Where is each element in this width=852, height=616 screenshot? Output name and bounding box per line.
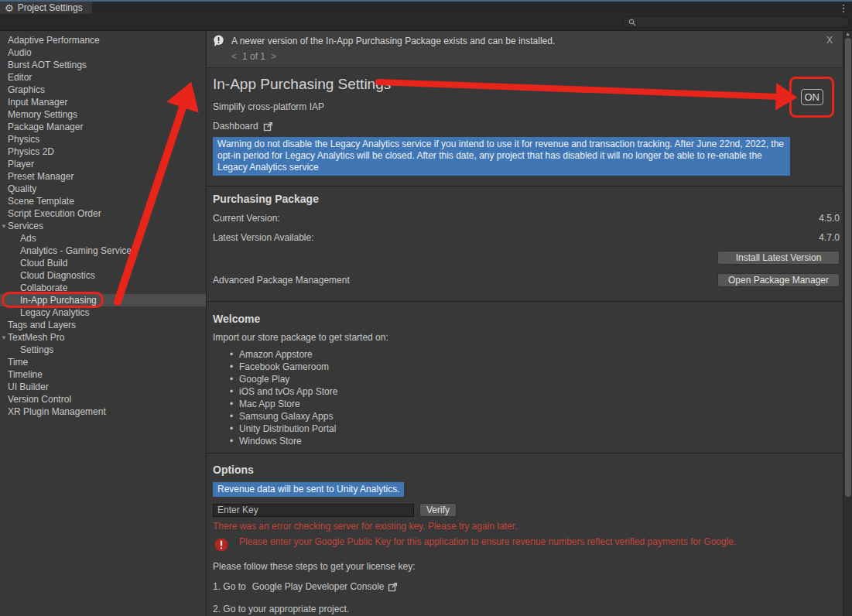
current-version-value: 4.5.0 xyxy=(819,213,840,224)
store-list-item: Unity Distribution Portal xyxy=(230,423,843,435)
sidebar-item-label: Collaborate xyxy=(20,282,67,293)
options-heading: Options xyxy=(213,464,843,477)
current-version-label: Current Version: xyxy=(213,213,280,224)
sidebar-item-collaborate[interactable]: Collaborate xyxy=(0,282,206,294)
sidebar-item-adaptive-performance[interactable]: Adaptive Performance xyxy=(0,34,206,46)
scrollbar-thumb[interactable] xyxy=(845,38,851,497)
store-list-item: Windows Store xyxy=(230,435,843,447)
sidebar-item-graphics[interactable]: Graphics xyxy=(0,84,206,96)
dashboard-link[interactable]: Dashboard xyxy=(213,121,273,132)
sidebar-item-label: Tags and Layers xyxy=(8,320,76,330)
sidebar-item-physics-2d[interactable]: Physics 2D xyxy=(0,145,206,158)
sidebar-item-audio[interactable]: Audio xyxy=(0,46,206,59)
search-box[interactable] xyxy=(623,16,850,28)
verify-button[interactable]: Verify xyxy=(419,503,457,517)
store-list-item: iOS and tvOs App Store xyxy=(230,385,843,398)
chevron-right-icon[interactable]: > xyxy=(271,51,276,62)
sidebar-item-scene-template[interactable]: Scene Template xyxy=(0,195,206,207)
sidebar-item-label: TextMesh Pro xyxy=(8,332,64,343)
sidebar-item-script-execution-order[interactable]: Script Execution Order xyxy=(0,207,206,220)
sidebar-item-xr-plugin-management[interactable]: XR Plugin Management xyxy=(0,406,206,418)
sidebar-item-settings[interactable]: Settings xyxy=(0,344,206,356)
caret-down-icon[interactable]: ▼ xyxy=(1,221,7,233)
store-list: Amazon AppstoreFacebook GameroomGoogle P… xyxy=(230,348,843,447)
page-title: In-App Purchasing Settings xyxy=(213,75,843,93)
search-input[interactable] xyxy=(639,17,844,28)
legacy-analytics-warning: Warning do not disable the Legacy Analyt… xyxy=(213,137,790,176)
sidebar-item-memory-settings[interactable]: Memory Settings xyxy=(0,108,206,121)
sidebar-item-tags-and-layers[interactable]: Tags and Layers xyxy=(0,319,206,331)
section-divider xyxy=(207,453,843,453)
window-title: Project Settings xyxy=(18,2,83,13)
sidebar-item-package-manager[interactable]: Package Manager xyxy=(0,121,206,133)
sidebar-item-time[interactable]: Time xyxy=(0,356,206,368)
section-divider xyxy=(207,301,843,302)
sidebar-item-textmesh-pro[interactable]: ▼TextMesh Pro xyxy=(0,331,206,344)
advanced-package-row: Advanced Package Management Open Package… xyxy=(213,273,840,287)
scrollbar-up-icon[interactable]: ▲ xyxy=(845,31,850,36)
advanced-package-label: Advanced Package Management xyxy=(213,275,350,286)
store-list-item: Facebook Gameroom xyxy=(230,361,843,373)
sidebar-item-label: Audio xyxy=(8,47,32,58)
kebab-menu-icon[interactable]: ⋮ xyxy=(835,2,852,14)
sidebar-item-version-control[interactable]: Version Control xyxy=(0,393,206,406)
sidebar-item-label: Package Manager xyxy=(8,121,83,132)
sidebar-item-label: Analytics - Gaming Services xyxy=(20,245,136,256)
sidebar-item-editor[interactable]: Editor xyxy=(0,71,206,84)
settings-sidebar: Adaptive PerformanceAudioBurst AOT Setti… xyxy=(0,31,207,616)
sidebar-item-analytics-gaming-services[interactable]: Analytics - Gaming Services xyxy=(0,245,206,257)
close-icon[interactable]: X xyxy=(824,34,835,46)
open-package-manager-button[interactable]: Open Package Manager xyxy=(717,273,840,287)
chevron-left-icon[interactable]: < xyxy=(231,51,237,62)
store-list-item: Samsung Galaxy Apps xyxy=(230,410,843,423)
tab-project-settings[interactable]: ⚙ Project Settings xyxy=(0,2,92,14)
sidebar-item-player[interactable]: Player xyxy=(0,158,206,170)
page-subtitle: Simplify cross-platform IAP xyxy=(213,101,843,112)
sidebar-item-label: In-App Purchasing xyxy=(20,295,97,306)
key-check-error-text: There was an error checking server for e… xyxy=(213,521,843,532)
sidebar-item-preset-manager[interactable]: Preset Manager xyxy=(0,170,206,183)
sidebar-item-label: Burst AOT Settings xyxy=(8,60,87,70)
notification-bar: A newer version of the In-App Purchasing… xyxy=(207,31,843,68)
google-play-console-link[interactable]: Google Play Developer Console xyxy=(252,581,385,592)
sidebar-item-cloud-build[interactable]: Cloud Build xyxy=(0,257,206,269)
iap-toggle-on-button[interactable]: ON xyxy=(801,89,824,105)
sidebar-item-burst-aot-settings[interactable]: Burst AOT Settings xyxy=(0,59,206,71)
caret-down-icon[interactable]: ▼ xyxy=(1,332,7,344)
alert-bubble-icon xyxy=(213,35,225,47)
store-list-item: Google Play xyxy=(230,373,843,385)
main-panel: A newer version of the In-App Purchasing… xyxy=(207,31,843,616)
sidebar-item-label: Cloud Build xyxy=(20,258,67,269)
sidebar-item-label: XR Plugin Management xyxy=(8,406,106,417)
sidebar-item-label: Legacy Analytics xyxy=(20,307,89,318)
sidebar-item-label: Timeline xyxy=(8,369,43,380)
sidebar-item-legacy-analytics[interactable]: Legacy Analytics xyxy=(0,306,206,319)
sidebar-item-in-app-purchasing[interactable]: In-App Purchasing xyxy=(0,294,206,306)
google-key-input[interactable] xyxy=(213,504,414,517)
purchasing-package-heading: Purchasing Package xyxy=(213,193,843,206)
google-key-warning-text: Please enter your Google Public Key for … xyxy=(239,536,736,547)
sidebar-item-label: Time xyxy=(8,357,28,368)
sidebar-item-input-manager[interactable]: Input Manager xyxy=(0,96,206,108)
latest-version-value: 4.7.0 xyxy=(819,232,840,243)
sidebar-item-label: Services xyxy=(8,221,43,231)
sidebar-item-cloud-diagnostics[interactable]: Cloud Diagnostics xyxy=(0,269,206,282)
sidebar-item-physics[interactable]: Physics xyxy=(0,133,206,145)
latest-version-row: Latest Version Available: 4.7.0 xyxy=(213,231,840,243)
install-latest-version-button[interactable]: Install Latest Version xyxy=(717,251,840,265)
sidebar-item-label: Settings xyxy=(20,344,53,355)
sidebar-item-timeline[interactable]: Timeline xyxy=(0,368,206,381)
sidebar-item-label: UI Builder xyxy=(8,382,49,392)
sidebar-item-quality[interactable]: Quality xyxy=(0,183,206,195)
sidebar-item-label: Version Control xyxy=(8,394,71,405)
step-1-row: 1. Go to Google Play Developer Console xyxy=(213,581,398,592)
sidebar-item-label: Script Execution Order xyxy=(8,208,101,219)
search-icon xyxy=(628,19,636,26)
pager-label: 1 of 1 xyxy=(242,51,265,62)
sidebar-item-label: Physics 2D xyxy=(8,146,54,157)
sidebar-item-services[interactable]: ▼Services xyxy=(0,220,206,232)
section-divider xyxy=(207,186,843,187)
sidebar-item-ads[interactable]: Ads xyxy=(0,232,206,245)
vertical-scrollbar[interactable]: ▲ xyxy=(843,31,852,616)
sidebar-item-ui-builder[interactable]: UI Builder xyxy=(0,381,206,393)
